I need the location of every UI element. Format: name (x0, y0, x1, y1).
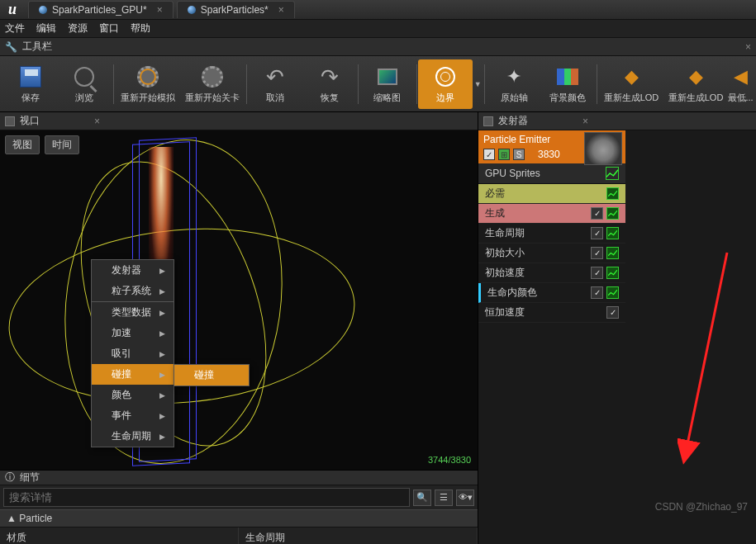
viewport[interactable]: 视图 时间 3744/3830 (0, 130, 478, 470)
filter-icon[interactable]: ☰ (435, 490, 453, 506)
tab-label: SparkParticles_GPU* (52, 4, 147, 16)
browse-button[interactable]: 浏览 (57, 59, 111, 109)
emitters-tab-label: 发射器 (498, 114, 528, 128)
graph-icon[interactable] (606, 207, 619, 220)
viewport-icon (5, 116, 15, 126)
module-checkbox[interactable] (591, 247, 603, 259)
module-checkbox[interactable] (591, 267, 603, 279)
close-icon[interactable]: × (94, 116, 100, 127)
module-lifetime[interactable]: 生命周期 (478, 224, 625, 244)
module-checkbox[interactable] (591, 227, 603, 239)
toolstrip-label: 工具栏 (22, 40, 52, 54)
close-icon[interactable]: × (157, 4, 163, 16)
module-init-velocity[interactable]: 初始速度 (478, 263, 625, 283)
eye-icon[interactable]: 👁▾ (456, 490, 474, 506)
emitter-render-checkbox[interactable]: S (513, 149, 525, 160)
chevron-right-icon: ▶ (159, 391, 165, 400)
emitter-solo-checkbox[interactable]: ⊞ (498, 149, 510, 160)
graph-icon[interactable] (606, 167, 619, 180)
chevron-right-icon: ▶ (159, 267, 165, 275)
asset-tab-2[interactable]: SparkParticles* × (177, 1, 295, 18)
module-init-size[interactable]: 初始大小 (478, 244, 625, 263)
bounds-button[interactable]: 边界 (418, 59, 472, 109)
ctx-emitter[interactable]: 发射器▶ (92, 260, 174, 281)
restart-sim-button[interactable]: 重新开始模拟 (116, 59, 180, 109)
menu-window[interactable]: 窗口 (99, 21, 119, 35)
watermark: CSDN @Zhichao_97 (655, 501, 748, 513)
bg-color-button[interactable]: 背景颜色 (541, 59, 595, 109)
ctx-sub-collision[interactable]: 碰撞 (174, 365, 249, 386)
toolstrip-tab[interactable]: 🔧 工具栏 × (0, 38, 756, 56)
graph-icon[interactable] (606, 227, 619, 239)
viewport-tab-label: 视口 (20, 114, 40, 128)
module-spawn[interactable]: 生成 (478, 204, 625, 224)
redo-button[interactable]: ↷恢复 (302, 59, 356, 109)
lowest-lod-button[interactable]: ◀最低... (728, 59, 753, 109)
module-const-accel[interactable]: 恒加速度 (478, 303, 625, 323)
ctx-typedata[interactable]: 类型数据▶ (92, 302, 174, 323)
ctx-attract[interactable]: 吸引▶ (92, 343, 174, 364)
ue-logo: u (0, 0, 25, 20)
graph-icon[interactable] (606, 247, 619, 259)
toolbar: 保存 浏览 重新开始模拟 重新开始关卡 ↶取消 ↷恢复 缩略图 边界 ▼ ✦原始… (0, 56, 756, 112)
view-mode-button[interactable]: 视图 (5, 135, 40, 154)
menu-file[interactable]: 文件 (5, 21, 25, 35)
detail-row-label: 材质 (0, 527, 239, 544)
regen-lod-button[interactable]: ◆重新生成LOD (599, 59, 663, 109)
details-grid: 材质 生命周期 (0, 527, 478, 544)
ctx-collision[interactable]: 碰撞▶ 碰撞 (92, 364, 174, 385)
chevron-right-icon: ▶ (159, 371, 165, 379)
module-checkbox[interactable] (606, 306, 619, 319)
typedata-label: GPU Sprites (485, 168, 540, 179)
tab-label: SparkParticles* (201, 4, 269, 16)
regen-lod2-button[interactable]: ◆重新生成LOD (663, 59, 728, 109)
undo-button[interactable]: ↶取消 (249, 59, 302, 109)
ctx-psys[interactable]: 粒子系统▶ (92, 281, 174, 301)
chevron-right-icon: ▶ (159, 412, 165, 420)
asset-icon (188, 6, 196, 14)
graph-icon[interactable] (606, 286, 619, 299)
chevron-right-icon: ▶ (159, 329, 165, 338)
menu-help[interactable]: 帮助 (131, 21, 150, 35)
restart-level-button[interactable]: 重新开始关卡 (180, 59, 245, 109)
module-checkbox[interactable] (591, 286, 603, 299)
search-icon[interactable]: 🔍 (413, 490, 431, 506)
thumbnail-button[interactable]: 缩略图 (360, 59, 414, 109)
module-checkbox[interactable] (591, 207, 603, 220)
emitters-icon (483, 116, 493, 126)
details-section-header[interactable]: ▲ Particle (0, 509, 478, 527)
close-icon[interactable]: × (745, 41, 751, 53)
graph-icon[interactable] (606, 187, 619, 200)
origin-axis-button[interactable]: ✦原始轴 (487, 59, 540, 109)
emitter-enabled-checkbox[interactable]: ✓ (483, 149, 495, 160)
typedata-row[interactable]: GPU Sprites (478, 163, 625, 184)
chevron-right-icon: ▶ (159, 350, 165, 358)
menu-asset[interactable]: 资源 (68, 21, 88, 35)
context-menu: 发射器▶ 粒子系统▶ 类型数据▶ 加速▶ 吸引▶ 碰撞▶ 碰撞 颜色▶ 事件▶ … (91, 259, 174, 447)
ctx-event[interactable]: 事件▶ (92, 405, 174, 426)
asset-tab-1[interactable]: SparkParticles_GPU* × (28, 1, 174, 18)
graph-icon[interactable] (606, 267, 619, 279)
emitter-preview (584, 132, 622, 165)
module-required[interactable]: 必需 (478, 184, 625, 204)
module-color-over-life[interactable]: 生命内颜色 (478, 283, 625, 303)
search-input[interactable] (3, 488, 410, 507)
details-tab[interactable]: ⓘ 细节 (0, 471, 478, 485)
ctx-color[interactable]: 颜色▶ (92, 385, 174, 405)
close-icon[interactable]: × (278, 4, 284, 16)
context-submenu: 碰撞 (174, 364, 250, 386)
menu-edit[interactable]: 编辑 (36, 21, 56, 35)
info-icon: ⓘ (5, 471, 15, 485)
time-button[interactable]: 时间 (45, 135, 79, 154)
ctx-accel[interactable]: 加速▶ (92, 323, 174, 343)
save-button[interactable]: 保存 (3, 59, 57, 109)
close-icon[interactable]: × (582, 116, 588, 127)
viewport-tab[interactable]: 视口 × (0, 112, 478, 130)
particle-count: 3744/3830 (428, 455, 471, 465)
ctx-lifetime[interactable]: 生命周期▶ (92, 426, 174, 447)
bounds-dropdown[interactable]: ▼ (473, 80, 483, 88)
chevron-right-icon: ▶ (159, 309, 165, 317)
emitter-header[interactable]: Particle Emitter ✓ ⊞ S 3830 (478, 130, 625, 163)
wrench-icon: 🔧 (5, 41, 17, 53)
emitters-tab[interactable]: 发射器 × (478, 112, 756, 130)
